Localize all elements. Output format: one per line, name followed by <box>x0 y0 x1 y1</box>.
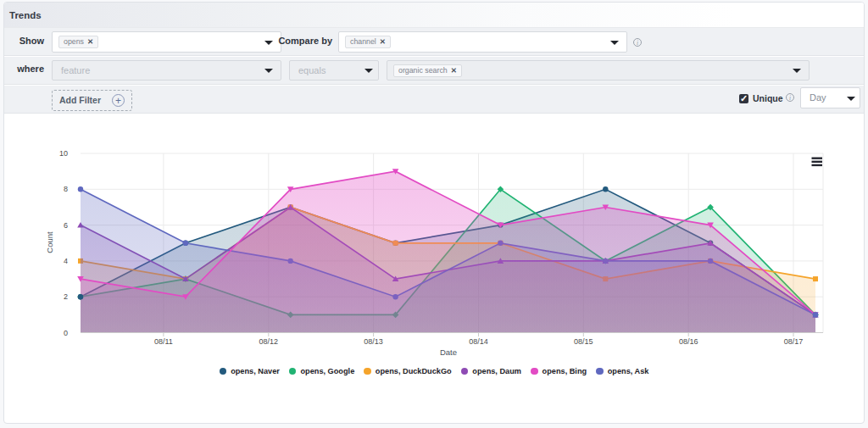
svg-text:08/13: 08/13 <box>364 337 383 346</box>
svg-text:Date: Date <box>440 347 457 357</box>
svg-text:4: 4 <box>64 257 68 265</box>
svg-text:6: 6 <box>64 221 68 230</box>
svg-text:0: 0 <box>64 329 68 337</box>
svg-text:2: 2 <box>64 292 68 301</box>
svg-text:08/12: 08/12 <box>259 337 279 346</box>
svg-text:08/14: 08/14 <box>469 337 488 346</box>
svg-text:Count: Count <box>45 231 54 253</box>
svg-text:08/17: 08/17 <box>784 337 804 346</box>
svg-text:08/15: 08/15 <box>574 337 593 346</box>
svg-text:08/11: 08/11 <box>154 337 173 346</box>
svg-text:08/16: 08/16 <box>679 337 698 346</box>
svg-text:10: 10 <box>59 149 68 158</box>
svg-text:8: 8 <box>64 185 68 193</box>
